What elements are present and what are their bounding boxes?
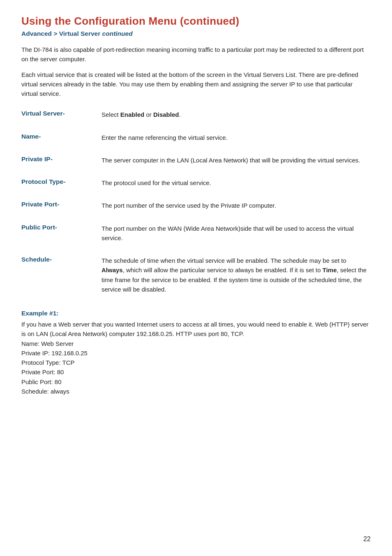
field-desc-cell: The port number on the WAN (Wide Area Ne… [101,220,371,247]
field-desc-cell: Select Enabled or Disabled. [101,106,371,123]
field-row: Schedule-The schedule of time when the v… [21,252,371,298]
field-name-cell: Private Port- [21,197,101,214]
intro-para1: The DI-784 is also capable of port-redir… [21,45,371,64]
field-spacer [21,169,371,174]
field-name-cell: Name- [21,129,101,146]
field-row: Name-Enter the name referencing the virt… [21,129,371,146]
field-name-cell: Virtual Server- [21,106,101,123]
field-spacer [21,247,371,252]
field-desc-cell: The protocol used for the virtual servic… [101,174,371,192]
intro-para2: Each virtual service that is created wil… [21,70,371,99]
field-desc-cell: The schedule of time when the virtual se… [101,252,371,298]
field-name-cell: Private IP- [21,151,101,169]
field-name-cell: Public Port- [21,220,101,247]
example-body: If you have a Web server that you wanted… [21,320,371,396]
field-desc-cell: Enter the name referencing the virtual s… [101,129,371,146]
subtitle-main: Advanced > Virtual Server [21,30,100,37]
example-block: Example #1: If you have a Web server tha… [21,310,371,396]
field-spacer [21,146,371,151]
field-row: Virtual Server-Select Enabled or Disable… [21,106,371,123]
field-name-cell: Protocol Type- [21,174,101,192]
page-title: Using the Configuration Menu (continued) [21,15,371,28]
field-row: Protocol Type-The protocol used for the … [21,174,371,192]
field-spacer [21,124,371,129]
example-title: Example #1: [21,310,371,317]
subtitle-italic: continued [102,30,133,37]
field-desc-cell: The server computer in the LAN (Local Ar… [101,151,371,169]
intro-block: The DI-784 is also capable of port-redir… [21,45,371,98]
field-row: Private IP-The server computer in the LA… [21,151,371,169]
field-row: Public Port-The port number on the WAN (… [21,220,371,247]
field-spacer [21,192,371,197]
field-name-cell: Schedule- [21,252,101,298]
field-row: Private Port-The port number of the serv… [21,197,371,214]
page-number: 22 [363,535,371,543]
field-spacer [21,215,371,220]
subtitle: Advanced > Virtual Server continued [21,30,371,37]
field-table: Virtual Server-Select Enabled or Disable… [21,106,371,298]
field-desc-cell: The port number of the service used by t… [101,197,371,214]
